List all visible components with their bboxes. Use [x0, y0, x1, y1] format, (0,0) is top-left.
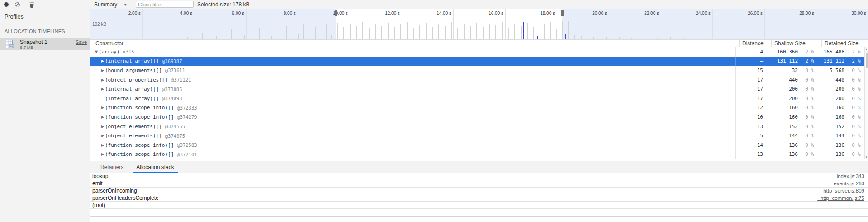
- shallow-size-value: 200: [768, 86, 798, 92]
- shallow-size-cell: 2000 %: [768, 94, 818, 103]
- shallow-size-cell: 1360 %: [768, 140, 818, 150]
- shallow-size-cell: 4400 %: [768, 75, 818, 85]
- distance-cell: 17: [735, 75, 768, 85]
- alloc-bar: [523, 22, 524, 39]
- constructor-cell: ▶(object elements)[]@374075: [90, 133, 735, 139]
- table-row[interactable]: ▶(function scope info)[]@372101131360 %1…: [90, 150, 864, 159]
- column-header-distance[interactable]: Distance: [739, 40, 771, 47]
- retained-size-percent: 0 %: [844, 133, 864, 139]
- shallow-size-percent: 0 %: [798, 142, 818, 148]
- object-id: ×315: [123, 49, 134, 54]
- retained-size-percent: 0 %: [844, 142, 864, 148]
- source-location-link[interactable]: index.js:343: [837, 174, 868, 179]
- constructor-cell: ▶(object properties)[]@371121: [90, 77, 735, 83]
- column-header-constructor[interactable]: Constructor: [90, 40, 739, 47]
- retained-size-value: 136: [818, 142, 844, 148]
- retained-size-cell: 1520 %: [818, 122, 864, 131]
- table-row[interactable]: ▼(array)×3154160 3602 %165 4882 %: [90, 47, 864, 57]
- expand-arrow-icon[interactable]: ▶: [100, 106, 105, 110]
- scrollbar-thumb[interactable]: [866, 53, 868, 68]
- expand-arrow-icon[interactable]: ▶: [100, 115, 105, 119]
- alloc-bar: [303, 24, 304, 39]
- table-row[interactable]: ▶(function scope info)[]@374279101600 %1…: [90, 112, 864, 122]
- column-header-retained-size[interactable]: Retained Size: [821, 40, 868, 47]
- table-row[interactable]: (internal array)[]@374093172000 %2000 %: [90, 94, 864, 103]
- alloc-bar: [574, 35, 575, 39]
- record-icon: [4, 2, 9, 7]
- class-filter-input[interactable]: [136, 1, 194, 8]
- timeline-gridline: [194, 9, 194, 39]
- source-location-link[interactable]: _http_common.js:75: [817, 195, 868, 201]
- heap-snapshot-icon: %: [6, 40, 14, 48]
- allocation-timeline-chart[interactable]: 2.00 s4.00 s6.00 s8.00 s10.00 s12.00 s14…: [90, 9, 868, 39]
- expand-arrow-icon[interactable]: ▶: [100, 143, 105, 147]
- table-row[interactable]: ▶(object elements)[]@37407551440 %1440 %: [90, 131, 864, 140]
- alloc-bar: [388, 23, 389, 39]
- table-row[interactable]: ▶(object properties)[]@371121174400 %440…: [90, 75, 864, 85]
- shallow-size-percent: 0 %: [798, 151, 818, 157]
- profiles-heading: Profiles: [5, 14, 24, 20]
- selection-handle-right[interactable]: [561, 10, 564, 16]
- table-row[interactable]: ▶(internal array)[]@369387–131 1122 %131…: [90, 57, 864, 66]
- shallow-size-cell: 131 1122 %: [768, 57, 818, 66]
- stack-frame-function: parserOnIncoming: [90, 188, 821, 194]
- constructor-name: (function scope info)[]: [105, 142, 174, 148]
- shallow-size-value: 152: [768, 124, 798, 130]
- toolbar: Summary ▼ Selected size: 178 kB: [0, 0, 868, 10]
- selection-handle-left[interactable]: [335, 10, 337, 16]
- retained-size-value: 165 488: [818, 49, 844, 55]
- timeline-gridline: [246, 9, 247, 39]
- alloc-bar: [502, 22, 503, 39]
- collapse-arrow-icon[interactable]: ▼: [94, 50, 99, 54]
- expand-arrow-icon[interactable]: ▶: [100, 125, 105, 129]
- clear-profiles-button[interactable]: [13, 0, 22, 9]
- retained-size-value: 152: [818, 124, 844, 130]
- alloc-bar: [489, 24, 490, 39]
- alloc-bar: [337, 23, 338, 39]
- sidebar-item-snapshot-1[interactable]: % Snapshot 1 6.7 MB Save: [0, 38, 90, 50]
- object-id: @371121: [171, 77, 191, 82]
- alloc-bar: [350, 24, 351, 39]
- expand-arrow-icon[interactable]: ▶: [100, 134, 105, 138]
- distance-cell: 17: [735, 94, 768, 103]
- delete-profile-button[interactable]: [27, 0, 36, 9]
- tab-allocation-stack[interactable]: Allocation stack: [132, 161, 178, 173]
- shallow-size-percent: 2 %: [798, 49, 818, 55]
- alloc-bar: [400, 24, 401, 39]
- scrollbar-down-icon[interactable]: ▼: [865, 156, 868, 159]
- alloc-bar: [326, 24, 327, 39]
- stack-frame-row: parserOnIncoming_http_server.js:809: [90, 188, 868, 195]
- table-row[interactable]: ▶(bound arguments)[]@37361115320 %5 5680…: [90, 66, 864, 75]
- perspective-select[interactable]: Summary ▼: [94, 0, 127, 9]
- expand-arrow-icon[interactable]: ▶: [100, 87, 105, 91]
- save-link[interactable]: Save: [76, 39, 87, 45]
- retained-size-percent: 2 %: [844, 58, 864, 64]
- distance-cell: 14: [735, 140, 768, 150]
- constructor-cell: ▶(function scope info)[]@374279: [90, 114, 735, 120]
- source-location-link[interactable]: _http_server.js:809: [821, 188, 868, 193]
- retained-size-value: 131 112: [818, 58, 844, 64]
- expand-arrow-icon[interactable]: ▶: [100, 78, 105, 82]
- alloc-bar: [426, 23, 427, 39]
- expand-arrow-icon[interactable]: ▶: [100, 68, 105, 72]
- scrollbar-up-icon[interactable]: ▲: [865, 48, 868, 51]
- constructor-name: (internal array)[]: [105, 58, 159, 64]
- source-location-link[interactable]: events.js:263: [834, 181, 868, 186]
- stack-frame-function: emit: [90, 180, 834, 187]
- table-row[interactable]: ▶(object elements)[]@374555131520 %1520 …: [90, 122, 864, 131]
- alloc-bar: [381, 26, 382, 39]
- object-id: @374555: [165, 124, 185, 129]
- column-header-shallow-size[interactable]: Shallow Size: [771, 40, 821, 47]
- table-scrollbar[interactable]: ▲ ▼: [864, 47, 868, 159]
- timeline-gridline: [661, 9, 661, 39]
- expand-arrow-icon[interactable]: ▶: [100, 59, 105, 63]
- svg-text:%: %: [10, 45, 13, 48]
- table-row[interactable]: ▶(function scope info)[]@372333121600 %1…: [90, 103, 864, 113]
- table-row[interactable]: ▶(internal array)[]@373885172000 %2000 %: [90, 84, 864, 94]
- table-row[interactable]: ▶(function scope info)[]@372583141360 %1…: [90, 140, 864, 150]
- timeline-gridline: [402, 9, 402, 39]
- tab-retainers[interactable]: Retainers: [96, 161, 128, 173]
- expand-arrow-icon[interactable]: ▶: [100, 152, 105, 156]
- record-button[interactable]: [2, 0, 11, 9]
- timeline-tick-label: 18.00 s: [519, 11, 555, 16]
